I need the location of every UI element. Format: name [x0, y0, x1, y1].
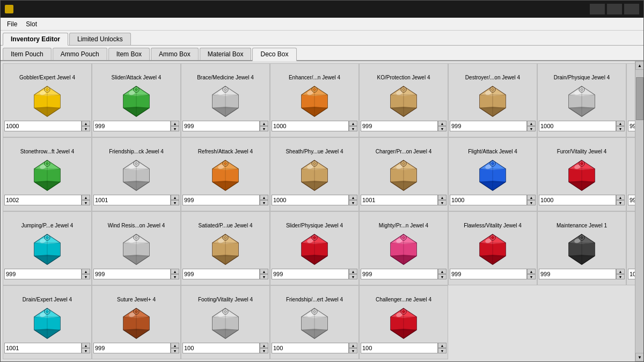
spin-down[interactable]: ▼: [260, 348, 268, 353]
spin-down[interactable]: ▼: [349, 126, 357, 131]
item-count-input[interactable]: [450, 121, 527, 131]
spin-up[interactable]: ▲: [349, 343, 357, 348]
spin-down[interactable]: ▼: [171, 274, 179, 279]
maximize-button[interactable]: [607, 4, 622, 14]
spin-up[interactable]: ▲: [616, 195, 625, 200]
spin-up[interactable]: ▲: [527, 121, 536, 126]
item-count-input[interactable]: [272, 121, 349, 131]
spin-down[interactable]: ▼: [349, 348, 357, 353]
spin-up[interactable]: ▲: [171, 195, 179, 200]
subtab-item-pouch[interactable]: Item Pouch: [3, 48, 52, 60]
spin-down[interactable]: ▼: [260, 274, 268, 279]
spin-down[interactable]: ▼: [616, 126, 625, 131]
scroll-up[interactable]: ▲: [635, 61, 643, 70]
item-count-input[interactable]: [4, 195, 82, 205]
subtab-material-box[interactable]: Material Box: [200, 48, 252, 60]
scroll-down[interactable]: ▼: [635, 353, 643, 361]
item-count-input[interactable]: [182, 121, 260, 131]
spin-up[interactable]: ▲: [438, 343, 447, 348]
subtab-ammo-pouch[interactable]: Ammo Pouch: [53, 48, 107, 60]
item-name: Slider/Physique Jewel 4: [286, 214, 343, 229]
spin-down[interactable]: ▼: [349, 200, 357, 205]
spin-up[interactable]: ▲: [171, 269, 179, 274]
spin-up[interactable]: ▲: [82, 195, 90, 200]
spin-up[interactable]: ▲: [82, 269, 90, 274]
menu-file[interactable]: File: [3, 19, 21, 29]
item-count-input[interactable]: [361, 195, 438, 205]
spin-down[interactable]: ▼: [349, 274, 357, 279]
subtab-ammo-box[interactable]: Ammo Box: [151, 48, 199, 60]
spin-up[interactable]: ▲: [260, 121, 268, 126]
spin-up[interactable]: ▲: [349, 269, 357, 274]
spin-down[interactable]: ▼: [438, 274, 447, 279]
menu-slot[interactable]: Slot: [21, 19, 41, 29]
spin-up[interactable]: ▲: [438, 121, 447, 126]
item-count-input[interactable]: [539, 269, 616, 279]
item-count-input[interactable]: [450, 269, 527, 279]
spin-up[interactable]: ▲: [171, 343, 179, 348]
item-count-input[interactable]: [182, 269, 260, 279]
item-count-input[interactable]: [272, 343, 349, 353]
spin-up[interactable]: ▲: [527, 269, 536, 274]
item-count-input[interactable]: [182, 195, 260, 205]
item-count-input[interactable]: [272, 269, 349, 279]
spin-up[interactable]: ▲: [527, 195, 536, 200]
spin-up[interactable]: ▲: [171, 121, 179, 126]
spin-down[interactable]: ▼: [171, 348, 179, 353]
item-count-input[interactable]: [93, 195, 171, 205]
spin-up[interactable]: ▲: [260, 343, 268, 348]
spin-down[interactable]: ▼: [171, 126, 179, 131]
item-count-input[interactable]: [4, 343, 82, 353]
spin-down[interactable]: ▼: [260, 126, 268, 131]
minimize-button[interactable]: [590, 4, 605, 14]
close-button[interactable]: [624, 4, 639, 14]
item-count-input[interactable]: [93, 343, 171, 353]
item-count-input[interactable]: [628, 195, 635, 205]
spin-down[interactable]: ▼: [527, 274, 536, 279]
spin-up[interactable]: ▲: [82, 343, 90, 348]
spin-down[interactable]: ▼: [82, 200, 90, 205]
spin-up[interactable]: ▲: [616, 121, 625, 126]
spin-up[interactable]: ▲: [616, 269, 625, 274]
spin-down[interactable]: ▼: [82, 274, 90, 279]
item-count-input[interactable]: [93, 269, 171, 279]
item-count-input[interactable]: [539, 121, 616, 131]
subtab-item-box[interactable]: Item Box: [108, 48, 150, 60]
spin-down[interactable]: ▼: [527, 126, 536, 131]
spin-up[interactable]: ▲: [82, 121, 90, 126]
spin-down[interactable]: ▼: [438, 126, 447, 131]
item-count-input[interactable]: [450, 195, 527, 205]
spin-up[interactable]: ▲: [349, 121, 357, 126]
spin-down[interactable]: ▼: [438, 200, 447, 205]
item-count-input[interactable]: [361, 269, 438, 279]
spin-down[interactable]: ▼: [260, 200, 268, 205]
scrollbar[interactable]: ▲ ▼: [635, 61, 643, 361]
item-count-input[interactable]: [361, 121, 438, 131]
item-count-input[interactable]: [182, 343, 260, 353]
spin-down[interactable]: ▼: [171, 200, 179, 205]
spin-down[interactable]: ▼: [616, 274, 625, 279]
spin-down[interactable]: ▼: [616, 200, 625, 205]
item-count-input[interactable]: [4, 121, 82, 131]
scrollbar-thumb[interactable]: [636, 77, 643, 120]
spin-up[interactable]: ▲: [438, 195, 447, 200]
item-count-input[interactable]: [628, 269, 635, 279]
item-count-input[interactable]: [361, 343, 438, 353]
tab-limited-unlocks[interactable]: Limited Unlocks: [69, 33, 131, 45]
tab-inventory-editor[interactable]: Inventory Editor: [3, 33, 68, 46]
spin-up[interactable]: ▲: [260, 269, 268, 274]
spin-up[interactable]: ▲: [349, 195, 357, 200]
spin-down[interactable]: ▼: [527, 200, 536, 205]
item-count-input[interactable]: [539, 195, 616, 205]
spin-up[interactable]: ▲: [260, 195, 268, 200]
spin-down[interactable]: ▼: [82, 348, 90, 353]
spin-down[interactable]: ▼: [438, 348, 447, 353]
item-count-input[interactable]: [628, 121, 635, 131]
item-count-input[interactable]: [93, 121, 171, 131]
subtab-deco-box[interactable]: Deco Box: [252, 48, 296, 61]
item-count-input[interactable]: [272, 195, 349, 205]
spin-up[interactable]: ▲: [438, 269, 447, 274]
item-name: Friendship/...ert Jewel 4: [286, 288, 343, 303]
spin-down[interactable]: ▼: [82, 126, 90, 131]
item-count-input[interactable]: [4, 269, 82, 279]
